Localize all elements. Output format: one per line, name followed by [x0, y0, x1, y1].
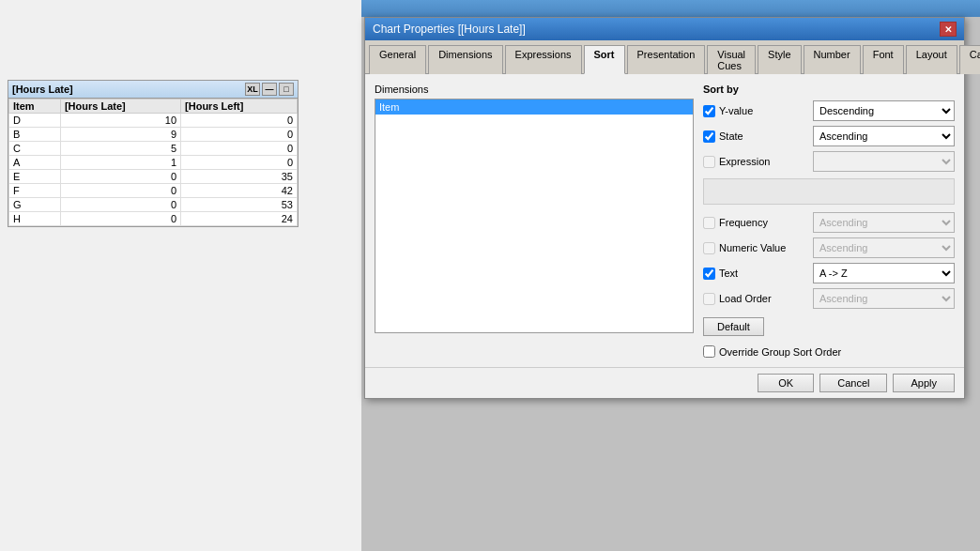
expression-textarea[interactable] [703, 178, 955, 205]
cell-hours-left: 35 [181, 170, 298, 184]
sort-row-loadorder: Load OrderAscendingDescending [703, 288, 955, 309]
col-header-item: Item [9, 99, 61, 114]
sort-checkbox-state[interactable] [703, 130, 715, 143]
table-icon-xl[interactable]: XL [245, 83, 260, 96]
sort-select-loadorder[interactable]: AscendingDescending [813, 288, 955, 309]
tab-general[interactable]: General [369, 45, 426, 74]
cell-item: F [9, 184, 61, 198]
table-row: C 5 0 [9, 142, 298, 156]
cell-hours-left: 0 [181, 114, 298, 128]
sort-select-text[interactable]: A -> ZZ -> A [813, 263, 955, 283]
sort-rows-container: Y-valueDescendingAscendingStateAscending… [703, 100, 955, 309]
table-icon-restore[interactable]: □ [279, 83, 294, 96]
cell-item: H [9, 212, 61, 226]
table-row: F 0 42 [9, 184, 298, 198]
table-title: [Hours Late] [12, 84, 73, 95]
tab-font[interactable]: Font [863, 45, 904, 74]
sortby-panel: Sort by Y-valueDescendingAscendingStateA… [703, 84, 955, 358]
col-header-hours-late: [Hours Late] [60, 99, 180, 114]
sort-row-frequency: FrequencyAscendingDescending [703, 212, 955, 233]
sort-label-expression: Expression [719, 156, 813, 167]
sort-select-expression[interactable] [813, 151, 955, 172]
tab-layout[interactable]: Layout [906, 45, 957, 74]
data-table: Item [Hours Late] [Hours Left] D 10 0 B … [8, 99, 298, 226]
cell-hours-left: 53 [181, 198, 298, 212]
tab-sort[interactable]: Sort [584, 45, 625, 74]
sort-checkbox-text[interactable] [703, 268, 715, 280]
table-row: B 9 0 [9, 128, 298, 142]
sort-label-frequency: Frequency [719, 217, 813, 228]
sort-label-numericvalue: Numeric Value [719, 242, 813, 253]
tab-visual-cues[interactable]: Visual Cues [707, 45, 756, 74]
sort-select-frequency[interactable]: AscendingDescending [813, 212, 955, 233]
cell-hours-late: 9 [60, 128, 180, 142]
cell-hours-late: 10 [60, 114, 180, 128]
cancel-button[interactable]: Cancel [819, 374, 887, 392]
cell-item: E [9, 170, 61, 184]
cell-hours-late: 0 [60, 184, 180, 198]
apply-button[interactable]: Apply [893, 374, 955, 392]
sort-checkbox-expression[interactable] [703, 156, 715, 168]
sort-select-yvalue[interactable]: DescendingAscending [813, 100, 955, 121]
tab-bar: GeneralDimensionsExpressionsSortPresenta… [365, 40, 964, 74]
table-title-icons: XL — □ [245, 83, 294, 96]
sort-checkbox-numericvalue[interactable] [703, 242, 715, 254]
cell-item: G [9, 198, 61, 212]
sort-checkbox-yvalue[interactable] [703, 105, 715, 117]
dialog-close-button[interactable]: ✕ [940, 22, 957, 37]
cell-hours-late: 1 [60, 156, 180, 170]
sort-select-numericvalue[interactable]: AscendingDescending [813, 237, 955, 258]
override-checkbox[interactable] [703, 345, 715, 358]
cell-hours-left: 0 [181, 142, 298, 156]
ok-button[interactable]: OK [758, 374, 814, 392]
tab-presentation[interactable]: Presentation [627, 45, 706, 74]
cell-item: B [9, 128, 61, 142]
cell-hours-late: 0 [60, 198, 180, 212]
sort-label-state: State [719, 130, 813, 142]
sort-checkbox-loadorder[interactable] [703, 293, 715, 305]
default-button[interactable]: Default [703, 317, 764, 336]
sort-label-loadorder: Load Order [719, 293, 813, 304]
table-row: A 1 0 [9, 156, 298, 170]
cell-hours-left: 0 [181, 128, 298, 142]
sort-select-state[interactable]: AscendingDescending [813, 126, 955, 146]
override-row: Override Group Sort Order [703, 345, 955, 358]
tab-caption[interactable]: Caption [959, 45, 980, 74]
tab-style[interactable]: Style [758, 45, 801, 74]
tab-dimensions[interactable]: Dimensions [428, 45, 502, 74]
tab-number[interactable]: Number [804, 45, 861, 74]
sort-checkbox-frequency[interactable] [703, 217, 715, 229]
sort-row-state: StateAscendingDescending [703, 126, 955, 146]
table-icon-minimize[interactable]: — [262, 83, 277, 96]
tab-expressions[interactable]: Expressions [505, 45, 582, 74]
dialog-body: Dimensions Item Sort by Y-valueDescendin… [365, 74, 964, 367]
sort-row-yvalue: Y-valueDescendingAscending [703, 100, 955, 121]
cell-item: A [9, 156, 61, 170]
dialog-footer: OK Cancel Apply [365, 367, 964, 398]
cell-hours-left: 24 [181, 212, 298, 226]
dimensions-listbox[interactable]: Item [375, 99, 694, 333]
dialog-title-bar: Chart Properties [[Hours Late]] ✕ [365, 18, 964, 40]
table-title-bar: [Hours Late] XL — □ [8, 81, 298, 99]
sortby-label: Sort by [703, 84, 955, 95]
cell-item: D [9, 114, 61, 128]
cell-hours-late: 0 [60, 170, 180, 184]
chart-properties-dialog: Chart Properties [[Hours Late]] ✕ Genera… [364, 17, 965, 399]
sort-row-text: TextA -> ZZ -> A [703, 263, 955, 283]
table-row: E 0 35 [9, 170, 298, 184]
cell-hours-left: 42 [181, 184, 298, 198]
dialog-title: Chart Properties [[Hours Late]] [373, 23, 526, 36]
table-row: H 0 24 [9, 212, 298, 226]
sort-label-yvalue: Y-value [719, 105, 813, 116]
cell-hours-late: 0 [60, 212, 180, 226]
table-window: [Hours Late] XL — □ Item [Hours Late] [H… [8, 80, 299, 227]
dimensions-panel: Dimensions Item [375, 84, 694, 358]
sort-label-text: Text [719, 268, 813, 279]
cell-hours-late: 5 [60, 142, 180, 156]
sort-row-numericvalue: Numeric ValueAscendingDescending [703, 237, 955, 258]
table-row: G 0 53 [9, 198, 298, 212]
dimensions-label: Dimensions [375, 84, 694, 95]
cell-item: C [9, 142, 61, 156]
sort-row-expression: Expression [703, 151, 955, 172]
dimensions-list-item[interactable]: Item [375, 99, 693, 115]
